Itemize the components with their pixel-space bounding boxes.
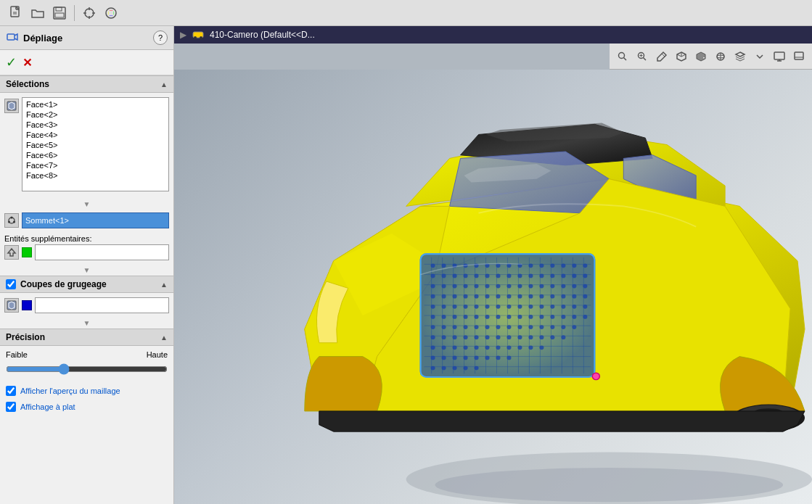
action-row: ✓ ✕ [0, 50, 173, 75]
sommet-input[interactable]: Sommet<1> [22, 212, 169, 228]
face-item-4[interactable]: Face<4> [24, 130, 167, 140]
palette-icon[interactable] [101, 3, 121, 23]
svg-point-96 [528, 274, 533, 278]
svg-point-176 [431, 335, 435, 339]
svg-point-153 [496, 315, 500, 319]
svg-point-94 [507, 274, 511, 278]
display-icon[interactable] [771, 48, 788, 65]
svg-point-145 [572, 305, 576, 309]
monitor-icon[interactable] [790, 48, 808, 65]
svg-point-18 [13, 221, 15, 223]
face-select-icon [4, 99, 19, 113]
viewport-toolbar [610, 44, 812, 70]
svg-point-122 [485, 294, 490, 299]
svg-point-101 [583, 274, 587, 278]
maillage-label: Afficher l'aperçu du maillage [20, 387, 120, 395]
svg-point-107 [485, 284, 490, 289]
svg-point-114 [561, 284, 565, 289]
pencil-icon[interactable] [653, 48, 670, 65]
sommet-icon [4, 213, 19, 228]
svg-point-167 [485, 325, 490, 329]
svg-point-174 [561, 325, 565, 329]
arrow-down-view-icon[interactable] [751, 48, 768, 65]
svg-point-199 [539, 345, 544, 350]
svg-point-211 [464, 366, 468, 371]
svg-point-139 [507, 305, 511, 309]
svg-point-13 [106, 8, 116, 18]
svg-point-184 [517, 335, 522, 339]
svg-point-185 [528, 335, 533, 339]
svg-point-175 [572, 325, 576, 329]
svg-point-73 [442, 263, 446, 268]
selections-header[interactable]: Sélections ▲ [0, 75, 173, 93]
dropdown-view-icon[interactable] [692, 48, 710, 65]
plat-checkbox[interactable] [6, 402, 16, 412]
precision-header[interactable]: Précision ▲ [0, 329, 173, 346]
face-item-5[interactable]: Face<5> [24, 140, 167, 150]
coupes-input[interactable] [35, 297, 169, 313]
svg-point-17 [11, 217, 13, 219]
svg-point-198 [528, 345, 533, 350]
coupes-checkbox[interactable] [6, 279, 16, 289]
svg-point-131 [583, 294, 587, 299]
svg-point-193 [475, 345, 479, 350]
svg-point-97 [539, 274, 544, 278]
svg-point-116 [583, 284, 587, 289]
depliage-icon [6, 31, 19, 44]
face-list-row: Face<1> Face<2> Face<3> Face<4> Face<5> … [4, 97, 169, 191]
svg-point-115 [572, 284, 576, 289]
svg-point-130 [572, 294, 576, 299]
svg-point-109 [507, 284, 511, 289]
svg-point-119 [453, 294, 457, 299]
search-view-icon[interactable] [614, 48, 631, 65]
selections-toggle-icon: ▲ [160, 80, 168, 88]
coupes-row [4, 297, 169, 313]
svg-point-178 [453, 335, 457, 339]
svg-line-27 [644, 57, 647, 60]
confirm-button[interactable]: ✓ [6, 54, 17, 70]
svg-point-105 [464, 284, 468, 289]
svg-point-152 [485, 315, 490, 319]
precision-slider[interactable] [6, 363, 168, 375]
orbit-icon[interactable] [712, 48, 729, 65]
maillage-checkbox[interactable] [6, 386, 16, 396]
face-item-6[interactable]: Face<6> [24, 150, 167, 160]
svg-point-120 [464, 294, 468, 299]
face-item-3[interactable]: Face<3> [24, 120, 167, 130]
svg-rect-7 [55, 13, 64, 17]
svg-point-195 [496, 345, 500, 350]
new-icon[interactable] [6, 3, 26, 23]
svg-point-92 [485, 274, 490, 278]
help-button[interactable]: ? [153, 30, 168, 45]
face-item-2[interactable]: Face<2> [24, 110, 167, 120]
face-item-7[interactable]: Face<7> [24, 160, 167, 170]
coupes-header: Coupes de grugeage ▲ [0, 276, 173, 293]
layers-icon[interactable] [731, 48, 749, 65]
face-item-1[interactable]: Face<1> [24, 99, 167, 110]
svg-point-110 [517, 284, 522, 289]
zoom-icon[interactable] [633, 48, 651, 65]
svg-point-22 [194, 36, 197, 39]
svg-point-161 [583, 315, 587, 319]
crosshair-icon[interactable] [79, 3, 99, 23]
precision-low-label: Faible [6, 350, 28, 359]
box-3d-icon[interactable] [673, 48, 690, 65]
svg-point-144 [561, 305, 565, 309]
entities-input[interactable] [35, 244, 169, 260]
svg-point-173 [550, 325, 554, 329]
coupes-toggle-icon[interactable]: ▲ [160, 281, 168, 289]
cancel-button[interactable]: ✕ [22, 56, 32, 70]
save-icon[interactable] [49, 3, 70, 23]
svg-point-124 [507, 294, 511, 299]
svg-point-206 [496, 356, 500, 360]
precision-labels: Faible Haute [6, 350, 168, 359]
svg-point-186 [539, 335, 544, 339]
svg-point-147 [431, 315, 435, 319]
svg-point-90 [464, 274, 468, 278]
svg-point-168 [496, 325, 500, 329]
open-icon[interactable] [28, 3, 48, 23]
face-list-box[interactable]: Face<1> Face<2> Face<3> Face<4> Face<5> … [22, 97, 169, 191]
face-item-8[interactable]: Face<8> [24, 170, 167, 181]
svg-point-165 [464, 325, 468, 329]
svg-point-190 [442, 345, 446, 350]
